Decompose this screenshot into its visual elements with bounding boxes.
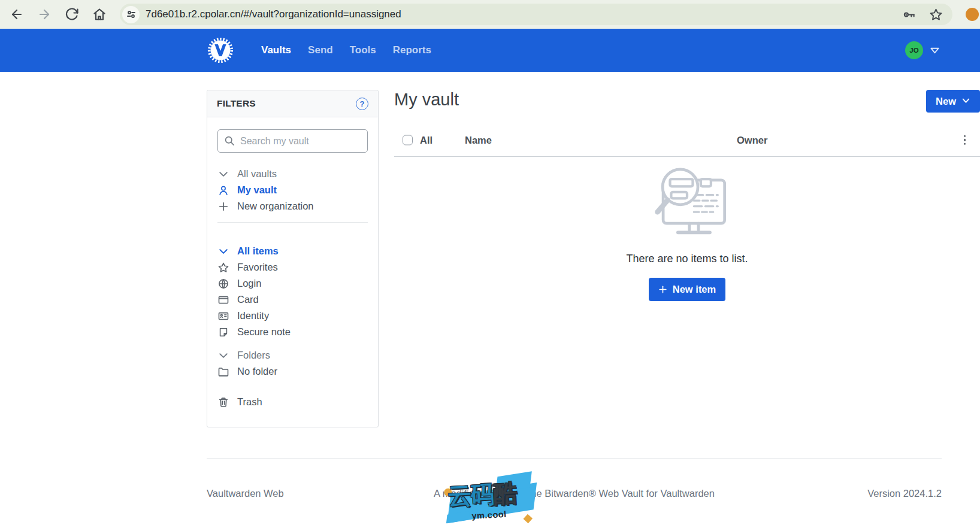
sidebar-item-favorites[interactable]: Favorites <box>217 259 368 275</box>
sidebar-item-no-folder[interactable]: No folder <box>217 363 368 380</box>
forward-icon[interactable] <box>37 7 52 22</box>
filters-title: FILTERS <box>217 98 256 109</box>
chevron-down-icon <box>217 350 229 362</box>
account-menu[interactable]: JO <box>905 41 940 59</box>
sidebar-item-label: Trash <box>237 396 262 408</box>
content-area: FILTERS ? All vaults My vault New o <box>0 72 980 427</box>
site-info-icon[interactable] <box>122 6 140 23</box>
sidebar-item-card[interactable]: Card <box>217 292 368 308</box>
nav-vaults[interactable]: Vaults <box>261 44 291 56</box>
chevron-down-icon <box>217 168 229 180</box>
watermark-diamond <box>524 514 533 524</box>
footer: Vaultwarden Web A modified version of th… <box>207 459 942 499</box>
select-all-label: All <box>420 134 432 145</box>
sidebar-item-label: All vaults <box>237 168 277 180</box>
select-all-checkbox[interactable] <box>403 135 413 145</box>
user-icon <box>217 184 229 196</box>
search-box <box>217 129 368 153</box>
filters-header: FILTERS ? <box>207 90 378 117</box>
sidebar-item-secure-note[interactable]: Secure note <box>217 324 368 340</box>
new-button[interactable]: New <box>926 90 980 113</box>
filters-panel: FILTERS ? All vaults My vault New o <box>207 90 379 427</box>
vault-filter-list: All vaults My vault New organization <box>217 166 368 214</box>
search-icon <box>223 135 235 147</box>
app-navbar: Vaults Send Tools Reports JO <box>0 29 980 72</box>
sidebar-item-label: Favorites <box>237 262 278 273</box>
vault-main: My vault New All Name Owner <box>394 90 980 427</box>
sidebar-item-label: My vault <box>237 184 277 196</box>
empty-state: There are no items to list. New item <box>394 157 980 301</box>
id-card-icon <box>217 310 229 322</box>
browser-toolbar: 7d6e01b.r2.cpolar.cn/#/vault?organizatio… <box>0 0 980 29</box>
sidebar-item-label: All items <box>237 245 279 257</box>
plus-icon <box>217 201 229 213</box>
type-filter-list: All items Favorites Login Card Identity <box>217 243 368 340</box>
sidebar-item-folders[interactable]: Folders <box>217 347 368 363</box>
vaultwarden-logo-icon[interactable] <box>207 37 234 63</box>
sidebar-item-identity[interactable]: Identity <box>217 308 368 324</box>
items-table-header: All Name Owner <box>394 127 980 157</box>
plus-icon <box>658 285 667 294</box>
sidebar-item-label: Identity <box>237 310 269 321</box>
url-text[interactable]: 7d6e01b.r2.cpolar.cn/#/vault?organizatio… <box>146 8 896 20</box>
new-item-label: New item <box>673 284 716 295</box>
sidebar-item-all-vaults[interactable]: All vaults <box>217 166 368 182</box>
nav-reports[interactable]: Reports <box>393 44 431 56</box>
footer-description: A modified version of the Bitwarden® Web… <box>386 488 762 499</box>
sidebar-item-label: Login <box>237 278 261 289</box>
column-owner: Owner <box>737 134 767 145</box>
sidebar-item-label: New organization <box>237 201 314 212</box>
sidebar-item-all-items[interactable]: All items <box>217 243 368 259</box>
password-key-icon[interactable] <box>902 8 916 22</box>
help-icon[interactable]: ? <box>356 98 368 110</box>
nav-tools[interactable]: Tools <box>350 44 376 56</box>
sidebar-item-label: Folders <box>237 350 270 361</box>
nav-send[interactable]: Send <box>308 44 333 56</box>
sidebar-item-label: Card <box>237 294 259 305</box>
sidebar-item-new-organization[interactable]: New organization <box>217 198 368 214</box>
home-icon[interactable] <box>92 7 107 22</box>
table-options-icon[interactable] <box>961 132 969 147</box>
sidebar-divider <box>217 222 368 223</box>
empty-message: There are no items to list. <box>626 253 748 265</box>
sidebar-item-label: No folder <box>237 366 277 377</box>
browser-profile-icon[interactable] <box>966 8 979 21</box>
globe-icon <box>217 278 229 290</box>
url-bar[interactable]: 7d6e01b.r2.cpolar.cn/#/vault?organizatio… <box>120 4 952 25</box>
footer-app-name: Vaultwarden Web <box>207 488 386 499</box>
footer-version: Version 2024.1.2 <box>762 488 942 499</box>
watermark-subtext: ym.cool <box>471 509 507 521</box>
new-item-button[interactable]: New item <box>649 278 725 301</box>
chevron-down-icon <box>217 245 229 257</box>
sidebar-item-trash[interactable]: Trash <box>217 394 368 410</box>
column-name: Name <box>465 134 492 145</box>
empty-search-illustration <box>642 165 733 239</box>
watermark-banner <box>446 511 470 523</box>
folder-filter-list: Folders No folder <box>217 347 368 380</box>
reload-icon[interactable] <box>65 7 79 22</box>
sidebar-item-label: Secure note <box>237 326 291 338</box>
avatar[interactable]: JO <box>905 41 923 59</box>
nav-links: Vaults Send Tools Reports <box>261 44 431 56</box>
star-icon <box>217 262 229 274</box>
bookmark-star-icon[interactable] <box>929 8 943 22</box>
sidebar-item-login[interactable]: Login <box>217 275 368 292</box>
chevron-down-icon <box>961 98 970 105</box>
filters-body: All vaults My vault New organization All… <box>207 117 378 422</box>
trash-icon <box>217 396 229 408</box>
account-dropdown-icon <box>929 45 940 55</box>
back-icon[interactable] <box>10 7 24 22</box>
note-icon <box>217 326 229 338</box>
new-button-label: New <box>936 96 956 107</box>
page-title: My vault <box>394 90 459 110</box>
folder-icon <box>217 366 229 378</box>
credit-card-icon <box>217 294 229 306</box>
search-input[interactable] <box>217 129 368 153</box>
trash-list: Trash <box>217 394 368 410</box>
sidebar-item-my-vault[interactable]: My vault <box>217 182 368 198</box>
